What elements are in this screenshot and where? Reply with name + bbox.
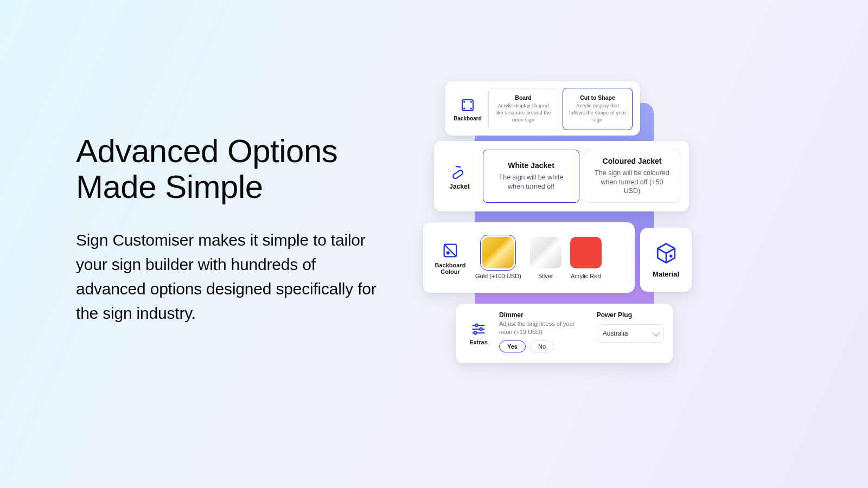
svg-point-3 — [464, 108, 465, 109]
option-title: Coloured Jacket — [592, 157, 672, 165]
power-plug-select[interactable]: Australia — [597, 324, 664, 343]
option-desc: Acrylic display shaped like a square aro… — [494, 102, 552, 123]
svg-point-9 — [670, 255, 672, 256]
swatch-caption: Silver — [538, 273, 553, 279]
backboard-icon-col: Backboard — [452, 88, 483, 130]
option-title: White Jacket — [491, 161, 571, 170]
hero-title: Advanced Options Made Simple — [76, 133, 385, 205]
swatch-silver[interactable]: Silver — [530, 237, 561, 279]
hero-title-line1: Advanced Options — [76, 133, 337, 169]
swatch-chip — [530, 237, 561, 268]
power-plug-title: Power Plug — [597, 311, 664, 319]
option-desc: The sign will be white when turned off — [491, 173, 571, 191]
swatch-chip — [482, 237, 514, 268]
svg-rect-5 — [452, 169, 464, 179]
dimmer-yes-button[interactable]: Yes — [499, 341, 526, 352]
svg-point-1 — [464, 101, 465, 102]
svg-point-8 — [446, 251, 450, 254]
backboard-option-cut-to-shape[interactable]: Cut to Shape Acrylic display that follow… — [563, 88, 633, 130]
option-title: Board — [494, 94, 552, 101]
backboard-icon — [459, 97, 476, 113]
cube-icon — [655, 242, 678, 265]
swatch-caption: Gold (+100 USD) — [475, 273, 521, 279]
hero-body: Sign Customiser makes it simple to tailo… — [76, 228, 385, 325]
jacket-icon — [450, 162, 469, 181]
svg-point-4 — [471, 108, 472, 109]
option-desc: Acrylic display that follows the shape o… — [569, 102, 627, 123]
colour-icon-col: Backboard Colour — [432, 241, 469, 275]
jacket-option-white[interactable]: White Jacket The sign will be white when… — [483, 150, 579, 203]
chevron-down-icon — [652, 329, 660, 337]
dimmer-group: Dimmer Adjust the brightness of your neo… — [499, 311, 587, 356]
card-extras: Extras Dimmer Adjust the brightness of y… — [456, 304, 673, 363]
card-jacket: Jacket White Jacket The sign will be whi… — [434, 141, 689, 211]
power-plug-group: Power Plug Australia — [597, 311, 664, 356]
backboard-label: Backboard — [454, 115, 482, 121]
card-backboard: Backboard Board Acrylic display shaped l… — [445, 81, 640, 136]
option-title: Cut to Shape — [569, 94, 627, 101]
dimmer-no-button[interactable]: No — [530, 341, 554, 352]
swatch-chip — [570, 237, 602, 268]
power-plug-value: Australia — [603, 330, 628, 337]
extras-label: Extras — [469, 339, 488, 345]
sliders-icon — [471, 322, 486, 337]
swatch-gold[interactable]: Gold (+100 USD) — [475, 237, 521, 279]
swatch-acrylic-red[interactable]: Acrylic Red — [570, 237, 602, 279]
dimmer-title: Dimmer — [499, 311, 587, 319]
svg-point-13 — [480, 328, 482, 331]
colour-label: Backboard Colour — [435, 262, 466, 275]
card-material[interactable]: Material — [640, 228, 692, 292]
option-desc: The sign will be coloured when turned of… — [592, 169, 672, 196]
card-backboard-colour: Backboard Colour Gold (+100 USD) Silver … — [423, 222, 635, 293]
jacket-label: Jacket — [449, 183, 469, 190]
palette-icon — [441, 241, 459, 260]
extras-icon-col: Extras — [464, 311, 493, 356]
dimmer-desc: Adjust the brightness of your neon (+19 … — [499, 320, 587, 336]
svg-point-2 — [471, 101, 472, 102]
options-stage: Backboard Board Acrylic display shaped l… — [423, 70, 705, 374]
hero-title-line2: Made Simple — [76, 169, 263, 205]
jacket-icon-col: Jacket — [443, 150, 476, 203]
material-label: Material — [653, 270, 679, 278]
svg-point-11 — [475, 324, 478, 327]
jacket-option-coloured[interactable]: Coloured Jacket The sign will be coloure… — [584, 150, 680, 203]
svg-point-15 — [474, 332, 477, 335]
swatch-caption: Acrylic Red — [571, 273, 601, 279]
backboard-option-board[interactable]: Board Acrylic display shaped like a squa… — [488, 88, 558, 130]
svg-line-6 — [456, 165, 461, 169]
